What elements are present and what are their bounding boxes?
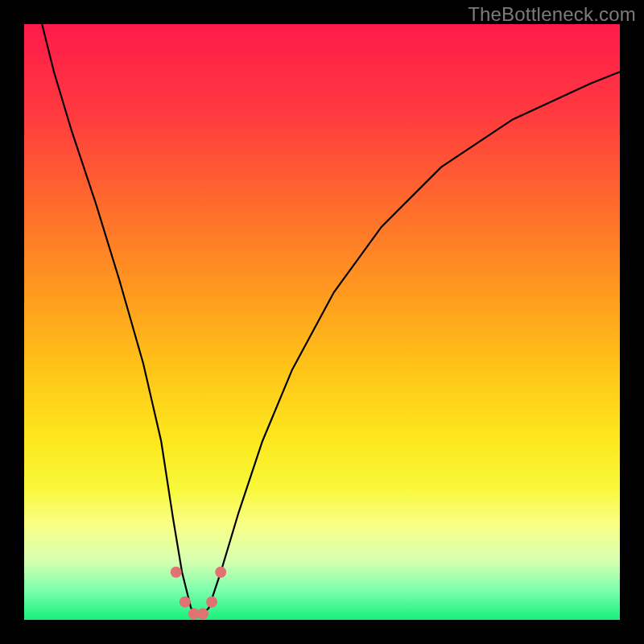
chart-frame: TheBottleneck.com bbox=[0, 0, 644, 644]
curve-marker bbox=[171, 567, 182, 578]
curve-marker bbox=[215, 567, 226, 578]
curve-markers bbox=[171, 567, 227, 620]
plot-area bbox=[24, 24, 620, 620]
curve-marker bbox=[180, 597, 191, 608]
curve-marker bbox=[206, 597, 217, 608]
bottleneck-curve bbox=[42, 24, 620, 617]
curve-layer bbox=[24, 24, 620, 620]
curve-marker bbox=[197, 609, 208, 620]
watermark-text: TheBottleneck.com bbox=[468, 3, 636, 26]
